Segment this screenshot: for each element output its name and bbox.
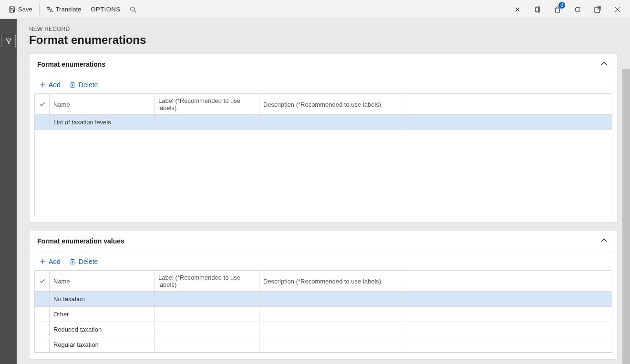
notification-badge: 0 (558, 2, 565, 9)
row-selector[interactable] (35, 337, 50, 353)
trash-icon (69, 81, 76, 88)
translate-button[interactable]: Translate (41, 0, 86, 19)
table-row[interactable]: Reduced taxation (35, 322, 612, 337)
col-description[interactable]: Description (*Recommended to use labels) (259, 94, 407, 115)
chevron-up-icon (600, 60, 609, 69)
col-name[interactable]: Name (50, 94, 155, 115)
refresh-button[interactable] (569, 1, 586, 18)
row-selector[interactable] (35, 322, 50, 337)
search-icon (130, 6, 136, 13)
col-label[interactable]: Label (*Recommended to use labels) (155, 271, 259, 292)
col-spacer (407, 271, 612, 292)
panel1-header[interactable]: Format enumerations (30, 54, 617, 75)
table-row[interactable]: Regular taxation (35, 337, 612, 353)
panel1-empty-space (35, 130, 612, 216)
col-label[interactable]: Label (*Recommended to use labels) (155, 94, 259, 115)
save-label: Save (18, 6, 32, 13)
plus-icon (39, 81, 46, 88)
cell-description[interactable] (259, 292, 407, 307)
options-label: OPTIONS (91, 6, 120, 13)
cell-label[interactable] (155, 307, 259, 322)
svg-rect-1 (10, 7, 13, 9)
cell-spacer (407, 307, 612, 322)
office-button[interactable] (529, 1, 546, 18)
panel1-title: Format enumerations (37, 61, 105, 68)
cell-spacer (407, 322, 612, 337)
scrollbar[interactable] (622, 69, 630, 364)
select-all-header[interactable] (35, 94, 50, 115)
delete-button[interactable]: Delete (69, 258, 98, 265)
delete-button[interactable]: Delete (69, 81, 98, 89)
close-button[interactable] (609, 1, 626, 18)
cell-name[interactable]: No taxation (50, 292, 155, 307)
panel1-grid: Name Label (*Recommended to use labels) … (34, 93, 612, 216)
table-row[interactable]: No taxation (35, 292, 612, 307)
add-button[interactable]: Add (39, 258, 61, 265)
save-button[interactable]: Save (4, 0, 37, 19)
select-all-header[interactable] (35, 271, 50, 292)
delete-label: Delete (79, 258, 98, 265)
table-row[interactable]: List of taxation levels (35, 115, 612, 130)
content-area: NEW RECORD Format enumerations Format en… (17, 19, 630, 364)
row-selector[interactable] (35, 292, 50, 307)
search-button[interactable] (125, 0, 141, 19)
col-description[interactable]: Description (*Recommended to use labels) (259, 271, 407, 292)
cell-name[interactable]: Regular taxation (50, 337, 155, 353)
translate-label: Translate (56, 6, 82, 13)
cell-description[interactable] (259, 307, 407, 322)
add-label: Add (49, 258, 61, 265)
cell-spacer (407, 115, 612, 130)
table-row[interactable]: Other (35, 307, 612, 322)
cell-description[interactable] (259, 337, 407, 353)
row-selector[interactable] (35, 307, 50, 322)
close-icon (614, 6, 621, 13)
chevron-up-icon (600, 236, 609, 246)
panel1-body: Add Delete (30, 75, 617, 222)
check-icon (39, 101, 45, 108)
cell-label[interactable] (155, 322, 259, 337)
svg-rect-2 (10, 10, 14, 12)
left-rail (0, 19, 17, 364)
panel1-actions: Add Delete (34, 81, 612, 93)
check-icon (39, 278, 45, 284)
cell-name[interactable]: Reduced taxation (50, 322, 155, 337)
refresh-icon (574, 6, 581, 13)
panel2-title: Format enumeration values (37, 237, 124, 245)
add-button[interactable]: Add (39, 81, 61, 89)
add-label: Add (49, 81, 61, 89)
cell-name[interactable]: Other (50, 307, 155, 322)
toolbar-right-group: 0 (509, 1, 626, 18)
panel2-header[interactable]: Format enumeration values (30, 231, 617, 252)
panel2-body: Add Delete (30, 252, 617, 359)
cell-name[interactable]: List of taxation levels (50, 115, 155, 130)
breadcrumb: NEW RECORD (29, 26, 618, 32)
cell-label[interactable] (155, 337, 259, 353)
svg-rect-6 (71, 260, 74, 264)
popout-button[interactable] (589, 1, 606, 18)
notifications-button[interactable]: 0 (549, 1, 566, 18)
office-icon (534, 6, 541, 13)
translate-icon (46, 6, 53, 13)
connector-button[interactable] (509, 1, 526, 18)
cell-spacer (407, 292, 612, 307)
panel2-grid: Name Label (*Recommended to use labels) … (34, 270, 612, 353)
popout-icon (594, 6, 601, 13)
panel-format-enumeration-values: Format enumeration values Add (29, 230, 618, 359)
col-name[interactable]: Name (50, 271, 155, 292)
options-button[interactable]: OPTIONS (86, 0, 125, 19)
row-selector[interactable] (35, 115, 50, 130)
cell-label[interactable] (155, 115, 259, 130)
panel2-header-row: Name Label (*Recommended to use labels) … (35, 271, 612, 292)
save-icon (9, 6, 15, 13)
panel-format-enumerations: Format enumerations Add (29, 53, 618, 222)
cell-spacer (407, 337, 612, 353)
cell-description[interactable] (259, 115, 407, 130)
plus-icon (39, 258, 46, 265)
cell-label[interactable] (155, 292, 259, 307)
cell-description[interactable] (259, 322, 407, 337)
delete-label: Delete (79, 81, 98, 89)
scrollbar-thumb[interactable] (622, 69, 630, 364)
toolbar-left-group: Save Translate OPTIONS (4, 0, 141, 19)
top-toolbar: Save Translate OPTIONS (0, 0, 630, 19)
filter-button[interactable] (1, 35, 16, 47)
